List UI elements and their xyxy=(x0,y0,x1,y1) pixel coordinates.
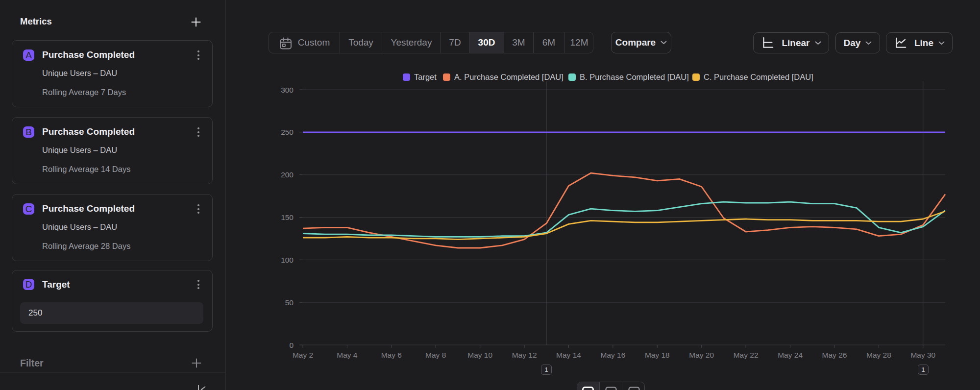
svg-text:May 2: May 2 xyxy=(293,351,313,359)
svg-text:May 16: May 16 xyxy=(600,351,625,359)
svg-text:May 6: May 6 xyxy=(381,351,402,359)
svg-text:May 10: May 10 xyxy=(467,351,492,359)
svg-text:May 28: May 28 xyxy=(866,351,891,359)
svg-text:May 20: May 20 xyxy=(689,351,714,359)
svg-text:250: 250 xyxy=(281,128,294,136)
svg-text:50: 50 xyxy=(285,298,294,307)
svg-text:May 8: May 8 xyxy=(425,351,446,359)
svg-text:May 24: May 24 xyxy=(778,351,803,359)
svg-text:300: 300 xyxy=(281,86,294,94)
svg-text:200: 200 xyxy=(281,171,294,179)
svg-text:May 22: May 22 xyxy=(734,351,759,359)
svg-text:May 30: May 30 xyxy=(910,351,935,359)
svg-text:0: 0 xyxy=(289,341,294,349)
svg-text:May 14: May 14 xyxy=(556,351,581,359)
svg-text:May 26: May 26 xyxy=(822,351,847,359)
svg-text:May 18: May 18 xyxy=(645,351,670,359)
svg-text:100: 100 xyxy=(281,256,294,264)
svg-text:150: 150 xyxy=(281,213,294,221)
svg-text:May 4: May 4 xyxy=(337,351,358,359)
svg-text:May 12: May 12 xyxy=(512,351,537,359)
